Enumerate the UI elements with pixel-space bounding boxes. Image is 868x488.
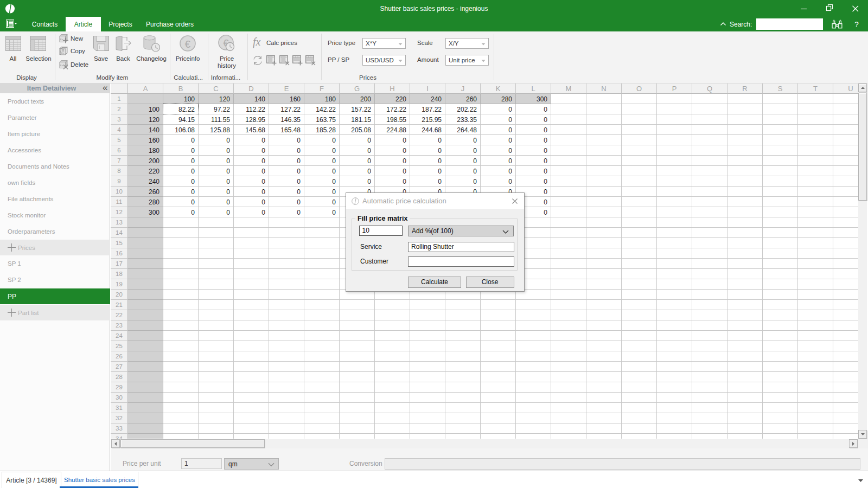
svg-text:€: € (185, 38, 191, 50)
